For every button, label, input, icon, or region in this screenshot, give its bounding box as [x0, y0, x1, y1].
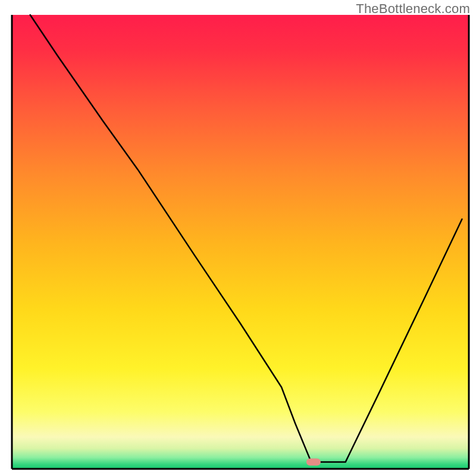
optimal-point-marker	[306, 459, 321, 466]
chart-svg	[0, 0, 476, 476]
plot-background	[12, 15, 469, 469]
watermark-text: TheBottleneck.com	[356, 1, 470, 17]
bottleneck-chart: TheBottleneck.com	[0, 0, 476, 476]
